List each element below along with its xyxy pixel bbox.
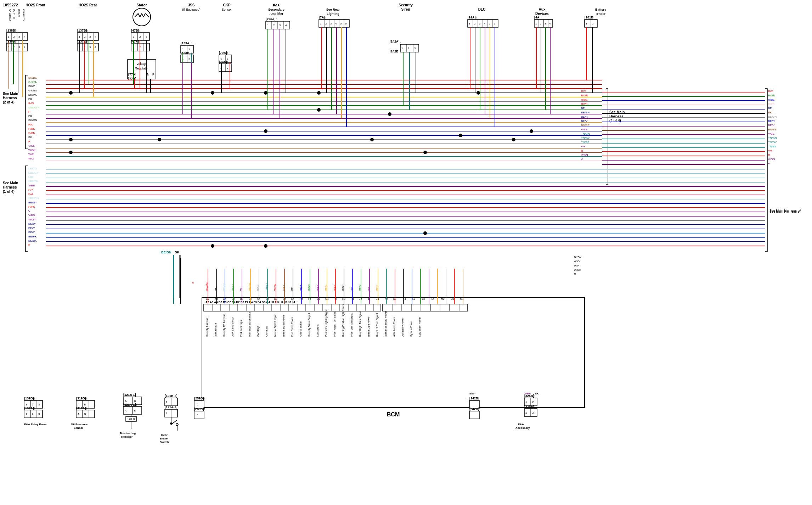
svg-text:HO2S Rear: HO2S Rear (79, 3, 97, 7)
svg-text:M3: M3 (451, 298, 454, 300)
svg-text:F3: F3 (300, 298, 303, 300)
svg-text:4: 4 (95, 46, 96, 49)
svg-text:Starter Solenoid Power: Starter Solenoid Power (384, 311, 387, 337)
svg-text:B: B (84, 413, 86, 416)
svg-text:V/GN: V/GN (28, 144, 35, 147)
svg-text:R/BK: R/BK (316, 285, 319, 291)
svg-text:5: 5 (489, 22, 491, 25)
svg-text:3: 3 (545, 22, 546, 25)
svg-text:[133B]↑: [133B]↑ (181, 51, 192, 55)
svg-text:[133A]↑: [133A]↑ (181, 41, 192, 45)
svg-text:Sensor: Sensor (74, 426, 83, 430)
svg-text:BE/R: BE/R (299, 285, 302, 291)
svg-text:A: A (125, 399, 127, 403)
svg-text:5: 5 (340, 22, 342, 25)
svg-text:J2: J2 (359, 298, 362, 300)
svg-text:4: 4 (285, 24, 287, 27)
svg-text:(If Equipped): (If Equipped) (182, 8, 201, 11)
svg-text:Front Left Turn Signal: Front Left Turn Signal (350, 313, 353, 337)
svg-text:R/W: R/W (28, 102, 34, 105)
svg-text:W/GN: W/GN (274, 284, 276, 291)
svg-text:N: N (147, 73, 150, 76)
svg-rect-350 (383, 304, 468, 311)
svg-text:W/R: W/R (574, 264, 580, 267)
svg-point-277 (477, 91, 480, 95)
svg-text:R: R (28, 110, 30, 113)
svg-text:W/BK: W/BK (28, 148, 36, 152)
svg-text:R/O: R/O (581, 90, 586, 93)
svg-text:3: 3 (279, 24, 281, 27)
svg-text:See Main Harness of: See Main Harness of (769, 210, 801, 213)
svg-text:[121B-2]: [121B-2] (165, 394, 177, 398)
svg-text:Sensor: Sensor (222, 8, 232, 11)
svg-text:R/GK: R/GK (342, 285, 344, 291)
svg-text:P: P (152, 73, 154, 76)
svg-point-278 (530, 129, 533, 133)
svg-text:R: R (768, 153, 770, 157)
svg-text:BE/BN: BE/BN (768, 115, 777, 118)
svg-text:Front Right Turn Signal: Front Right Turn Signal (333, 311, 336, 337)
svg-text:B: B (134, 399, 136, 403)
svg-text:L2: L2 (412, 298, 415, 300)
svg-text:R/V: R/V (367, 286, 370, 291)
svg-point-272 (211, 91, 214, 95)
svg-text:[319B]↑: [319B]↑ (76, 397, 88, 400)
svg-text:[138B]↑: [138B]↑ (6, 29, 18, 32)
svg-text:JSS: JSS (188, 3, 195, 7)
svg-text:R/O: R/O (28, 123, 33, 126)
svg-text:BK/O: BK/O (28, 85, 35, 88)
svg-text:4: 4 (484, 22, 486, 25)
svg-text:V/GN: V/GN (581, 153, 588, 157)
svg-point-269 (69, 138, 73, 141)
svg-text:LGN/GY: LGN/GY (28, 106, 39, 109)
svg-text:R/BE: R/BE (768, 98, 775, 101)
svg-text:Harness: Harness (3, 185, 17, 189)
svg-text:3: 3 (38, 413, 40, 416)
svg-point-279 (423, 231, 427, 235)
svg-text:R: R (28, 140, 30, 143)
svg-text:DLC: DLC (478, 7, 486, 11)
svg-point-42 (133, 8, 151, 26)
svg-text:BK: BK (28, 114, 32, 118)
svg-text:J4: J4 (376, 298, 379, 300)
svg-text:1: 1 (166, 412, 168, 415)
svg-text:W/R: W/R (28, 153, 34, 156)
svg-text:Amplifier: Amplifier (269, 12, 283, 16)
svg-text:1: 1 (133, 35, 135, 38)
svg-text:LBE/O: LBE/O (28, 167, 37, 170)
svg-text:V/BE: V/BE (581, 128, 587, 131)
svg-text:4: 4 (549, 22, 551, 25)
svg-text:B: B (84, 403, 86, 406)
svg-text:BE/GN: BE/GN (161, 251, 171, 254)
svg-text:BN/BE: BN/BE (768, 128, 777, 131)
svg-text:3: 3 (38, 403, 40, 406)
svg-text:V/Y: V/Y (581, 145, 586, 148)
svg-text:2: 2 (188, 48, 190, 51)
svg-text:LBE/GN: LBE/GN (28, 197, 39, 200)
svg-text:TN/GN: TN/GN (768, 136, 777, 140)
svg-text:[325A]↑: [325A]↑ (524, 405, 536, 408)
svg-line-45 (140, 13, 142, 17)
svg-text:P&A: P&A (518, 423, 524, 426)
svg-point-275 (370, 138, 374, 141)
svg-text:3: 3 (18, 46, 20, 49)
svg-text:V/BE: V/BE (768, 132, 774, 135)
svg-text:[137A]↑: [137A]↑ (77, 40, 89, 43)
svg-text:See Main: See Main (3, 181, 18, 185)
svg-text:[137B]↑: [137B]↑ (77, 29, 89, 32)
svg-text:[242B]: [242B] (469, 397, 479, 400)
svg-text:3: 3 (146, 35, 147, 38)
svg-text:GN/BN: GN/BN (28, 80, 38, 84)
svg-text:2: 2 (532, 411, 534, 414)
svg-text:3: 3 (479, 22, 481, 25)
svg-point-624 (388, 112, 391, 116)
svg-text:[259B]↑: [259B]↑ (194, 397, 205, 400)
svg-text:1: 1 (197, 414, 199, 417)
svg-text:1: 1 (79, 35, 80, 38)
svg-text:TN/GY: TN/GY (581, 136, 590, 140)
svg-point-274 (317, 91, 321, 95)
svg-text:BE/PK: BE/PK (28, 235, 37, 238)
svg-text:BE/BK: BE/BK (28, 239, 37, 242)
svg-text:R/BE: R/BE (581, 98, 588, 101)
svg-text:Accessory Power: Accessory Power (401, 317, 404, 337)
